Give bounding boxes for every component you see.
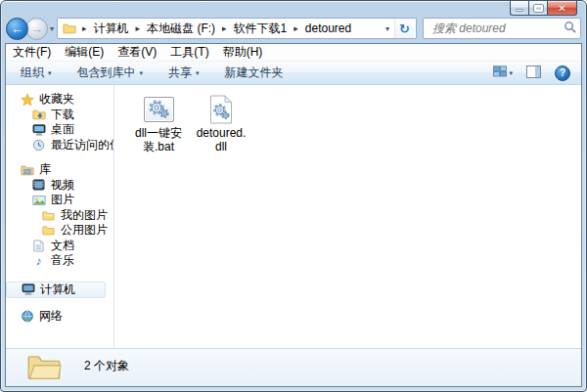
- refresh-button[interactable]: ↻: [394, 19, 414, 38]
- menu-view[interactable]: 查看(V): [117, 44, 157, 61]
- details-pane: 2 个对象: [6, 348, 581, 386]
- libraries-icon: [20, 163, 34, 177]
- sidebar-item-computer[interactable]: 计算机: [6, 282, 106, 298]
- videos-library-icon: [31, 178, 46, 192]
- navigation-pane: 收藏夹 下载 桌面 最: [6, 85, 114, 348]
- file-item-dll[interactable]: detoured. dll: [191, 91, 251, 153]
- search-box: [423, 18, 581, 39]
- main-content: 收藏夹 下载 桌面 最: [6, 85, 581, 348]
- documents-library-icon: [31, 239, 46, 252]
- organize-button[interactable]: 组织 ▾: [14, 63, 59, 83]
- forward-button[interactable]: →: [25, 18, 48, 40]
- change-view-button[interactable]: ▾: [490, 64, 516, 82]
- refresh-icon: ↻: [399, 22, 410, 36]
- new-folder-label: 新建文件夹: [225, 65, 284, 81]
- menu-bar: 文件(F) 编辑(E) 查看(V) 工具(T) 帮助(H): [6, 44, 581, 61]
- sidebar-item-favorites[interactable]: 收藏夹: [6, 92, 113, 108]
- preview-pane-icon: [526, 65, 541, 81]
- breadcrumb-software-downloads[interactable]: 软件下载1: [233, 20, 289, 38]
- address-folder-icon: [62, 22, 76, 35]
- chevron-down-icon: ▾: [509, 69, 513, 77]
- maximize-icon: [534, 5, 543, 12]
- sidebar-item-libraries[interactable]: 库: [6, 162, 113, 178]
- new-folder-button[interactable]: 新建文件夹: [218, 63, 291, 83]
- file-list: dll一键安 装.bat: [114, 85, 581, 348]
- item-count: 2 个对象: [84, 358, 129, 374]
- command-toolbar: 组织 ▾ 包含到库中 ▾ 共享 ▾ 新建文件夹 ▾: [6, 61, 581, 85]
- computer-icon: [21, 283, 35, 296]
- menu-edit[interactable]: 编辑(E): [65, 44, 104, 61]
- back-arrow-icon: ←: [11, 22, 23, 36]
- search-input[interactable]: [430, 21, 564, 36]
- minimize-icon: [516, 9, 523, 12]
- help-button[interactable]: ?: [552, 64, 573, 83]
- sidebar-item-desktop[interactable]: 桌面: [6, 122, 113, 138]
- navigation-bar: ← → ▾ ▸ 计算机 ▸ 本地磁盘 (F:) ▸ 软件下载1 ▸ detour…: [6, 16, 581, 41]
- menu-help[interactable]: 帮助(H): [223, 44, 263, 61]
- breadcrumb-separator[interactable]: ▸: [76, 23, 93, 33]
- close-icon: ✕: [558, 2, 565, 15]
- file-name: detoured. dll: [197, 127, 247, 153]
- chevron-down-icon: ▾: [48, 69, 52, 77]
- desktop-icon: [31, 123, 46, 137]
- sidebar-item-label: 公用图片: [61, 222, 108, 239]
- back-button[interactable]: ←: [6, 18, 28, 40]
- breadcrumb-separator[interactable]: ▸: [130, 23, 147, 33]
- sidebar-item-downloads[interactable]: 下载: [6, 108, 113, 123]
- network-globe-icon: [20, 309, 34, 323]
- forward-arrow-icon: →: [30, 22, 43, 36]
- address-bar[interactable]: ▸ 计算机 ▸ 本地磁盘 (F:) ▸ 软件下载1 ▸ detoured ▾ ↻: [57, 18, 417, 39]
- sidebar-item-label: 文档: [51, 238, 74, 254]
- sidebar-item-label: 下载: [51, 107, 74, 123]
- sidebar-item-public-pictures[interactable]: 公用图片: [6, 223, 113, 239]
- share-button[interactable]: 共享 ▾: [161, 63, 206, 83]
- chevron-down-icon: ▾: [140, 69, 144, 77]
- sidebar-item-pictures[interactable]: 图片: [6, 193, 113, 208]
- breadcrumb-separator[interactable]: ▸: [288, 23, 304, 33]
- minimize-button[interactable]: [510, 1, 528, 16]
- sidebar-item-music[interactable]: ♪ 音乐: [6, 253, 113, 269]
- breadcrumb-detoured[interactable]: detoured: [304, 21, 352, 36]
- breadcrumb-separator[interactable]: ▸: [216, 23, 233, 33]
- folder-icon: [41, 224, 56, 238]
- sidebar-item-label: 收藏夹: [39, 91, 74, 108]
- bat-file-icon: [144, 91, 174, 127]
- dll-file-icon: [209, 91, 233, 127]
- close-button[interactable]: ✕: [547, 1, 577, 16]
- sidebar-item-videos[interactable]: 视频: [6, 178, 113, 194]
- breadcrumb-local-disk-f[interactable]: 本地磁盘 (F:): [146, 20, 216, 38]
- breadcrumb: ▸ 计算机 ▸ 本地磁盘 (F:) ▸ 软件下载1 ▸ detoured: [76, 20, 381, 38]
- pictures-library-icon: [31, 194, 46, 207]
- help-icon: ?: [555, 65, 570, 81]
- sidebar-item-label: 桌面: [51, 121, 74, 138]
- address-dropdown-icon[interactable]: ▾: [381, 24, 394, 33]
- caption-buttons: ✕: [510, 1, 577, 16]
- recent-places-icon: [31, 138, 46, 152]
- include-in-library-label: 包含到库中: [77, 65, 136, 81]
- maximize-button[interactable]: [528, 1, 547, 16]
- folder-icon: [26, 352, 62, 384]
- star-icon: [20, 93, 34, 107]
- menu-file[interactable]: 文件(F): [13, 44, 51, 61]
- organize-label: 组织: [21, 65, 44, 81]
- breadcrumb-computer[interactable]: 计算机: [93, 20, 130, 38]
- sidebar-item-network[interactable]: 网络: [6, 309, 113, 325]
- preview-pane-button[interactable]: [523, 64, 544, 83]
- sidebar-item-label: 最近访问的位置: [51, 137, 114, 153]
- explorer-window: ✕ ← → ▾ ▸ 计算机 ▸ 本地磁盘 (F:) ▸ 软件下载1 ▸ deto…: [0, 0, 587, 392]
- file-item-bat[interactable]: dll一键安 装.bat: [128, 91, 189, 153]
- sidebar-item-label: 计算机: [40, 282, 75, 298]
- sidebar-item-documents[interactable]: 文档: [6, 239, 113, 254]
- recent-pages-dropdown[interactable]: ▾: [50, 24, 54, 33]
- sidebar-item-recent-places[interactable]: 最近访问的位置: [6, 138, 113, 153]
- sidebar-item-label: 图片: [51, 192, 74, 208]
- folder-icon: [41, 208, 56, 222]
- menu-tools[interactable]: 工具(T): [170, 44, 208, 61]
- search-icon: [564, 20, 576, 37]
- share-label: 共享: [168, 65, 192, 81]
- sidebar-item-my-pictures[interactable]: 我的图片: [6, 208, 113, 224]
- chevron-down-icon: ▾: [196, 69, 200, 77]
- downloads-folder-icon: [31, 108, 46, 121]
- sidebar-item-label: 网络: [39, 308, 63, 325]
- include-in-library-button[interactable]: 包含到库中 ▾: [70, 63, 151, 83]
